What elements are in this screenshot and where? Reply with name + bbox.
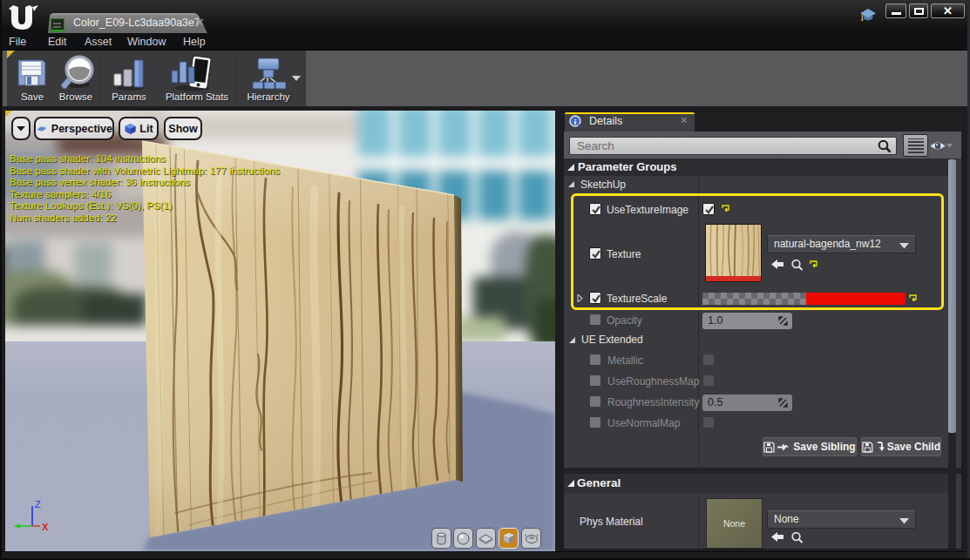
svg-text:X: X (42, 522, 49, 532)
svg-text:Z: Z (35, 499, 41, 509)
